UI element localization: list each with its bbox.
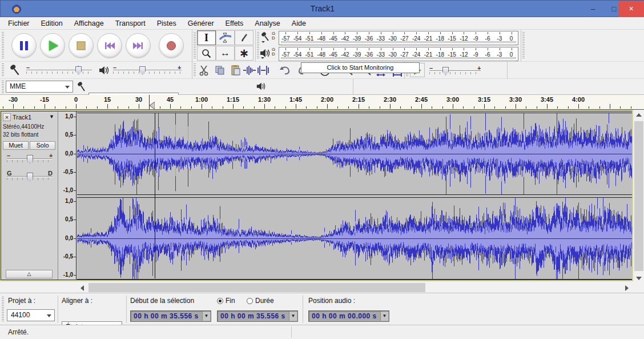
ruler-tick: [170, 104, 171, 109]
playback-meter-speaker-icon[interactable]: [259, 47, 271, 61]
solo-button[interactable]: Solo: [30, 141, 55, 150]
vertical-scale-label: 0,5: [58, 131, 73, 138]
project-rate-label: Projet à :: [8, 297, 35, 305]
waveform-display[interactable]: [77, 111, 632, 280]
track-gain-slider[interactable]: – +: [7, 158, 53, 159]
waveform-channel-right[interactable]: [77, 197, 632, 280]
menu-item-3[interactable]: Transport: [110, 18, 151, 29]
ruler-tick: [139, 104, 139, 109]
menu-item-8[interactable]: Aide: [286, 18, 312, 29]
ruler-tick: [55, 106, 55, 109]
playhead-pin-icon[interactable]: [150, 102, 155, 109]
cut-button[interactable]: [196, 63, 211, 78]
ruler-tick: [599, 106, 600, 109]
selection-toolbar-grip[interactable]: [2, 297, 4, 322]
output-volume-slider[interactable]: – +: [113, 70, 182, 71]
ruler-tick: [620, 106, 621, 109]
meter-tick: [345, 32, 345, 34]
selection-duration-radio[interactable]: Durée: [247, 297, 274, 305]
envelope-tool-button[interactable]: [216, 30, 235, 45]
vertical-scale-tick: [74, 154, 76, 154]
time-shift-tool-button[interactable]: ↔: [216, 46, 235, 61]
project-rate-select[interactable]: 44100: [7, 309, 55, 321]
menu-item-4[interactable]: Pistes: [151, 18, 182, 29]
mute-button[interactable]: Muet: [3, 141, 29, 150]
timeline-ruler[interactable]: -30-1501530451:001:151:301:452:002:152:3…: [0, 95, 644, 110]
pause-button[interactable]: [11, 33, 37, 58]
horizontal-scroll-thumb[interactable]: [88, 283, 425, 292]
scroll-up-arrow-icon[interactable]: [636, 113, 642, 117]
selection-end-radio[interactable]: Fin: [217, 297, 235, 305]
record-meter-mic-icon[interactable]: [260, 31, 272, 45]
play-button[interactable]: [40, 33, 65, 58]
menu-item-1[interactable]: Edition: [35, 18, 69, 29]
waveform-channel-left[interactable]: [77, 113, 632, 195]
meter-tick: [345, 48, 345, 50]
envelope-icon: [219, 33, 232, 43]
ruler-tick: [348, 106, 349, 109]
scroll-right-arrow-icon[interactable]: [625, 285, 629, 291]
mixer-toolbar-grip[interactable]: [2, 63, 4, 77]
recording-meter[interactable]: -57-54-51-48-45-42-39-36-33-30-27-24-21-…: [279, 31, 518, 45]
field-dropdown-icon[interactable]: ▼: [380, 312, 388, 321]
field-dropdown-icon[interactable]: ▼: [289, 312, 297, 321]
radio-unselected-icon[interactable]: [247, 298, 253, 304]
ruler-tick: [23, 106, 24, 109]
record-button[interactable]: [159, 33, 184, 58]
scroll-left-arrow-icon[interactable]: [80, 285, 84, 291]
playback-speed-slider[interactable]: – +: [429, 70, 481, 71]
menu-item-6[interactable]: Effets: [220, 18, 249, 29]
menu-item-0[interactable]: Fichier: [2, 18, 35, 29]
play-icon: [49, 41, 58, 51]
track-menu-button[interactable]: ▼: [49, 114, 54, 119]
radio-selected-icon[interactable]: [217, 298, 223, 304]
meter-tick: [440, 32, 441, 34]
zoom-tool-button[interactable]: [197, 46, 216, 61]
selection-tool-button[interactable]: I: [197, 30, 216, 45]
trim-audio-button[interactable]: [242, 63, 257, 78]
menu-item-5[interactable]: Générer: [182, 18, 220, 29]
vertical-scale-tick: [74, 257, 76, 257]
paste-button[interactable]: [228, 63, 243, 78]
tools-toolbar-grip[interactable]: [194, 32, 196, 59]
vertical-scale-tick: [74, 220, 76, 220]
close-button[interactable]: ×: [618, 1, 644, 17]
ruler-label: 3:30: [509, 96, 522, 103]
menu-item-2[interactable]: Affichage: [69, 18, 110, 29]
horizontal-scrollbar[interactable]: [0, 282, 634, 293]
meter-tick: [512, 48, 512, 50]
selection-end-field[interactable]: 00 h 00 m 35.556 s ▼: [217, 310, 298, 322]
duration-radio-label: Durée: [255, 297, 274, 305]
field-dropdown-icon[interactable]: ▼: [202, 312, 210, 321]
skip-to-start-button[interactable]: [97, 33, 122, 58]
menu-item-7[interactable]: Analyse: [249, 18, 285, 29]
copy-button[interactable]: [212, 63, 227, 78]
edit-toolbar-grip[interactable]: [194, 63, 196, 77]
stop-button[interactable]: [69, 33, 94, 58]
skip-to-end-button[interactable]: [126, 33, 151, 58]
meter-toolbar-end-grip[interactable]: [522, 32, 525, 59]
scroll-down-arrow-icon[interactable]: [636, 277, 642, 280]
ruler-tick: [202, 104, 202, 109]
selection-start-field[interactable]: 00 h 00 m 35.556 s ▼: [130, 310, 211, 322]
audio-position-field[interactable]: 00 h 00 m 00.000 s ▼: [308, 310, 389, 322]
meter-tick: [393, 32, 393, 34]
meter-level-bar: [281, 44, 516, 46]
playback-meter[interactable]: -57-54-51-48-45-42-39-36-33-30-27-24-21-…: [279, 47, 518, 61]
draw-tool-button[interactable]: [235, 30, 253, 45]
track-pan-slider[interactable]: G D: [7, 176, 53, 177]
audio-host-select[interactable]: MME: [6, 81, 73, 93]
vertical-scrollbar[interactable]: [634, 110, 644, 293]
vertical-scale-ruler[interactable]: 1,00,50,0-0,5-1,01,00,50,0-0,5-1,0: [58, 111, 77, 280]
multi-tool-button[interactable]: ∗: [235, 46, 253, 61]
undo-button[interactable]: [277, 63, 292, 78]
track-close-button[interactable]: ×: [3, 113, 11, 121]
transport-toolbar-grip[interactable]: [2, 32, 4, 59]
silence-audio-button[interactable]: [256, 63, 271, 78]
track-collapse-button[interactable]: △: [6, 270, 53, 278]
input-volume-slider[interactable]: – +: [26, 70, 92, 71]
device-toolbar-grip[interactable]: [2, 81, 4, 93]
meter-tick: [476, 32, 476, 34]
vertical-scroll-thumb[interactable]: [634, 121, 643, 271]
meter-tick: [452, 48, 453, 50]
